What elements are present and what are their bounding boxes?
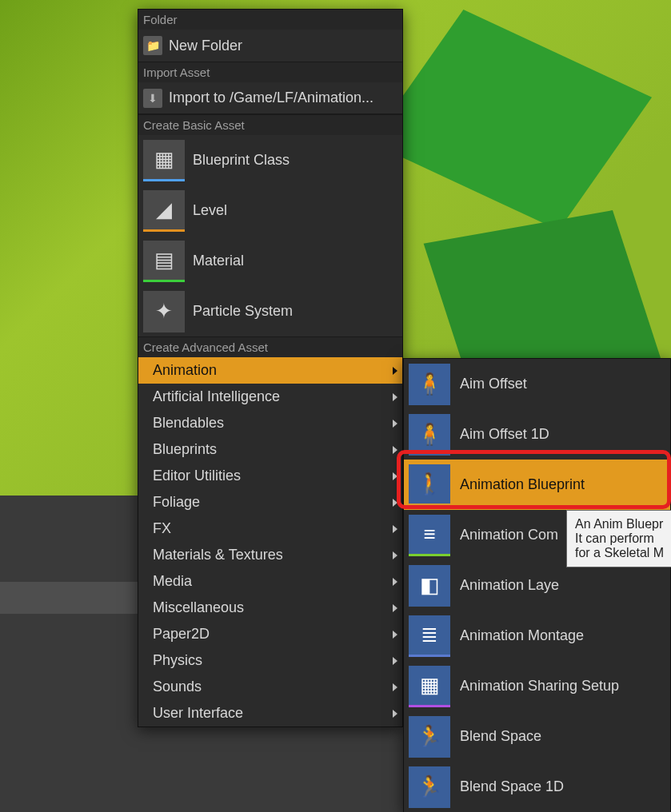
animation-blueprint-label: Animation Blueprint [460, 476, 585, 493]
new-folder-label: New Folder [169, 38, 242, 54]
blend-space-1d-item[interactable]: 🏃 Blend Space 1D [404, 762, 670, 812]
blueprint-class-item[interactable]: ▦ Blueprint Class [138, 135, 402, 185]
level-icon: ◢ [143, 190, 185, 232]
aim-offset-item[interactable]: 🧍 Aim Offset [404, 359, 670, 409]
aim-offset-label: Aim Offset [460, 376, 527, 392]
miscellaneous-label: Miscellaneous [153, 599, 244, 616]
user-interface-item[interactable]: User Interface [138, 700, 402, 726]
import-item[interactable]: ⬇ Import to /Game/LF/Animation... [138, 82, 402, 114]
physics-label: Physics [153, 652, 202, 669]
chevron-right-icon [393, 393, 397, 401]
animation-montage-label: Animation Montage [460, 627, 584, 644]
chevron-right-icon [393, 683, 397, 691]
chevron-right-icon [393, 551, 397, 559]
blend-space-1d-icon: 🏃 [409, 766, 450, 808]
editor-panel-strip [0, 582, 138, 614]
animation-blueprint-icon: 🚶 [409, 464, 450, 506]
animation-item[interactable]: Animation [138, 357, 402, 384]
chevron-right-icon [393, 446, 397, 454]
materials-textures-label: Materials & Textures [153, 547, 283, 563]
animation-layer-label: Animation Laye [460, 577, 559, 594]
folder-icon: 📁 [143, 36, 162, 55]
particle-system-item[interactable]: ✦ Particle System [138, 286, 402, 336]
blueprints-label: Blueprints [153, 441, 217, 458]
miscellaneous-item[interactable]: Miscellaneous [138, 595, 402, 621]
material-label: Material [193, 253, 244, 269]
blueprint-class-icon: ▦ [143, 140, 185, 181]
blend-space-item[interactable]: 🏃 Blend Space [404, 711, 670, 762]
level-label: Level [193, 202, 227, 219]
blueprints-item[interactable]: Blueprints [138, 436, 402, 463]
chevron-right-icon [393, 710, 397, 718]
blend-space-label: Blend Space [460, 728, 541, 745]
user-interface-label: User Interface [153, 705, 243, 722]
chevron-right-icon [393, 499, 397, 507]
material-icon: ▤ [143, 241, 185, 282]
chevron-right-icon [393, 631, 397, 639]
material-item[interactable]: ▤ Material [138, 236, 402, 286]
animation-layer-item[interactable]: ◧ Animation Laye [404, 560, 670, 611]
animation-sharing-setup-item[interactable]: ▦ Animation Sharing Setup [404, 661, 670, 711]
paper2d-item[interactable]: Paper2D [138, 621, 402, 647]
animation-blueprint-item[interactable]: 🚶 Animation Blueprint [404, 460, 670, 510]
animation-layer-icon: ◧ [409, 565, 450, 607]
aim-offset-icon: 🧍 [409, 364, 450, 405]
animation-composite-icon: ≡ [409, 515, 450, 556]
import-label: Import to /Game/LF/Animation... [169, 90, 373, 106]
aim-offset-1d-item[interactable]: 🧍 Aim Offset 1D [404, 409, 670, 460]
animation-montage-item[interactable]: ≣ Animation Montage [404, 611, 670, 661]
blendables-item[interactable]: Blendables [138, 410, 402, 436]
particle-system-label: Particle System [193, 303, 293, 320]
sounds-label: Sounds [153, 679, 202, 695]
media-label: Media [153, 573, 192, 590]
animation-sharing-setup-icon: ▦ [409, 666, 450, 707]
editor-utilities-label: Editor Utilities [153, 468, 241, 484]
blendables-label: Blendables [153, 415, 224, 432]
chevron-right-icon [393, 472, 397, 480]
animation-submenu: 🧍 Aim Offset 🧍 Aim Offset 1D 🚶 Animation… [403, 358, 671, 812]
ai-item[interactable]: Artificial Intelligence [138, 384, 402, 410]
animation-label: Animation [153, 362, 217, 379]
foliage-item[interactable]: Foliage [138, 489, 402, 515]
physics-item[interactable]: Physics [138, 647, 402, 674]
section-advanced-header: Create Advanced Asset [138, 336, 402, 357]
animation-montage-icon: ≣ [409, 615, 450, 657]
context-menu: Folder 📁 New Folder Import Asset ⬇ Impor… [138, 9, 403, 727]
foliage-label: Foliage [153, 494, 200, 511]
section-basic-header: Create Basic Asset [138, 114, 402, 135]
chevron-right-icon [393, 367, 397, 375]
editor-utilities-item[interactable]: Editor Utilities [138, 463, 402, 489]
animation-composite-label: Animation Com [460, 527, 558, 543]
ai-label: Artificial Intelligence [153, 388, 280, 405]
aim-offset-1d-icon: 🧍 [409, 414, 450, 456]
chevron-right-icon [393, 657, 397, 665]
tooltip-line2: It can perform [575, 531, 664, 546]
fx-item[interactable]: FX [138, 515, 402, 542]
media-item[interactable]: Media [138, 568, 402, 595]
chevron-right-icon [393, 604, 397, 612]
import-icon: ⬇ [143, 89, 162, 108]
blend-space-icon: 🏃 [409, 716, 450, 758]
blueprint-class-label: Blueprint Class [193, 152, 290, 169]
particle-system-icon: ✦ [143, 291, 185, 332]
tooltip: An Anim Bluepr It can perform for a Skel… [566, 510, 671, 567]
fx-label: FX [153, 520, 171, 537]
level-item[interactable]: ◢ Level [138, 185, 402, 236]
chevron-right-icon [393, 420, 397, 428]
sounds-item[interactable]: Sounds [138, 674, 402, 700]
blend-space-1d-label: Blend Space 1D [460, 778, 564, 795]
animation-sharing-setup-label: Animation Sharing Setup [460, 678, 619, 695]
new-folder-item[interactable]: 📁 New Folder [138, 30, 402, 62]
chevron-right-icon [393, 525, 397, 533]
section-import-header: Import Asset [138, 62, 402, 82]
tooltip-line3: for a Skeletal M [575, 546, 664, 560]
aim-offset-1d-label: Aim Offset 1D [460, 426, 549, 443]
paper2d-label: Paper2D [153, 626, 210, 643]
chevron-right-icon [393, 578, 397, 586]
materials-textures-item[interactable]: Materials & Textures [138, 542, 402, 568]
tooltip-line1: An Anim Bluepr [575, 517, 664, 531]
section-folder-header: Folder [138, 10, 402, 30]
